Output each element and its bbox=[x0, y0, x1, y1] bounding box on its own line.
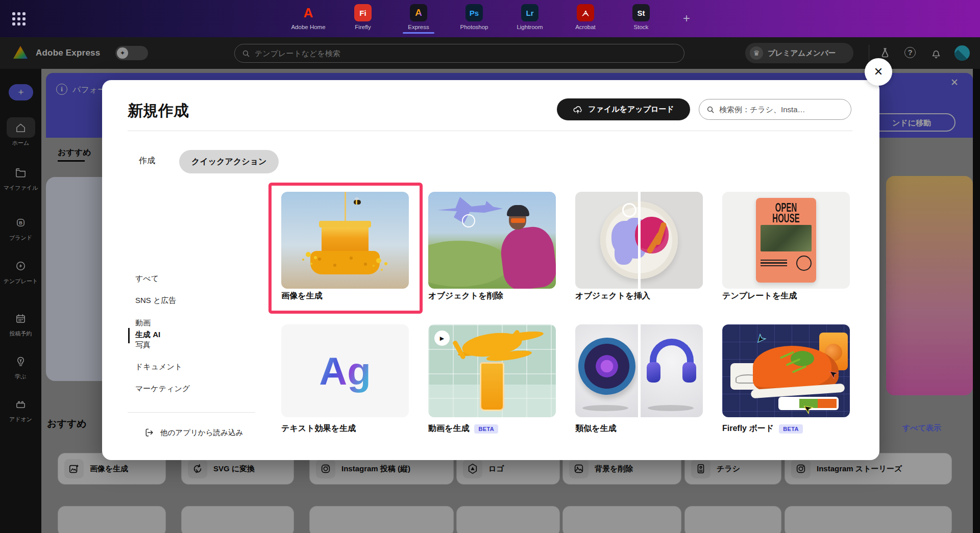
taskbar-app-adobe-home[interactable]: A Adobe Home bbox=[289, 4, 328, 30]
taskbar-app-stock[interactable]: St Stock bbox=[622, 4, 660, 30]
active-category-indicator bbox=[128, 328, 130, 343]
selection-cursor bbox=[622, 203, 636, 217]
card-label: オブジェクトを挿入 bbox=[575, 291, 650, 301]
card-generate-image[interactable] bbox=[281, 192, 409, 289]
taskbar-app-acrobat[interactable]: Acrobat bbox=[566, 4, 605, 30]
category-marketing[interactable]: マーケティング bbox=[135, 384, 190, 394]
category-document[interactable]: ドキュメント bbox=[135, 362, 182, 372]
upload-file-button[interactable]: ファイルをアップロード bbox=[557, 98, 690, 120]
beta-badge: BETA bbox=[779, 424, 803, 434]
beta-badge: BETA bbox=[474, 424, 498, 434]
category-video[interactable]: 動画 bbox=[135, 318, 151, 328]
card-remove-object[interactable] bbox=[428, 192, 556, 289]
card-label: Firefly ボードBETA bbox=[722, 423, 803, 434]
acrobat-icon bbox=[577, 4, 594, 21]
card-generate-text-effects[interactable]: Ag bbox=[281, 324, 409, 417]
taskbar-app-photoshop[interactable]: Ps Photoshop bbox=[455, 4, 494, 30]
cursor-icon: ➤ bbox=[752, 332, 769, 347]
card-label: 類似を生成 bbox=[575, 423, 616, 434]
express-icon: A bbox=[410, 4, 427, 21]
upload-cloud-icon bbox=[573, 105, 583, 115]
stock-icon: St bbox=[632, 4, 650, 21]
adobe-taskbar: A Adobe Home Fi Firefly A Express Ps Pho… bbox=[0, 0, 980, 37]
category-generative-ai[interactable]: 生成 AI bbox=[135, 330, 160, 340]
divider bbox=[128, 412, 255, 413]
card-label: 動画を生成BETA bbox=[428, 423, 498, 434]
divider bbox=[128, 131, 852, 131]
category-sns-ads[interactable]: SNS と広告 bbox=[135, 296, 176, 306]
firefly-icon: Fi bbox=[354, 4, 372, 21]
play-icon[interactable]: ▶ bbox=[434, 331, 450, 346]
card-label: テキスト効果を生成 bbox=[281, 423, 356, 434]
app-window: i パフォー ✕ ンドに移動 おすすめ おすすめ すべて表示 画像を生成 SVG… bbox=[0, 0, 980, 533]
card-generate-video[interactable]: ▶ bbox=[428, 324, 556, 417]
modal-search-input[interactable] bbox=[719, 105, 844, 114]
modal-search[interactable] bbox=[699, 99, 851, 120]
import-from-apps-link[interactable]: 他のアプリから読み込み bbox=[144, 427, 243, 438]
card-label: テンプレートを生成 bbox=[722, 291, 797, 301]
active-app-indicator bbox=[403, 32, 434, 34]
taskbar-app-lightroom[interactable]: Lr Lightroom bbox=[510, 4, 549, 30]
import-icon bbox=[144, 427, 155, 438]
adobe-home-icon: A bbox=[300, 4, 317, 21]
card-firefly-boards[interactable]: ➤ ➤ ➤ bbox=[722, 324, 850, 417]
card-generate-similar[interactable] bbox=[575, 324, 703, 417]
category-photo[interactable]: 写真 bbox=[135, 340, 151, 350]
tab-quick-actions[interactable]: クイックアクション bbox=[179, 150, 279, 173]
card-label: 画像を生成 bbox=[281, 291, 322, 301]
tab-create[interactable]: 作成 bbox=[139, 156, 155, 166]
new-creation-modal: 新規作成 ファイルをアップロード 作成 クイックアクション すべて SNS と広… bbox=[102, 80, 879, 460]
taskbar-app-express[interactable]: A Express bbox=[399, 4, 438, 34]
lightroom-icon: Lr bbox=[521, 4, 538, 21]
card-label: オブジェクトを削除 bbox=[428, 291, 503, 301]
selection-cursor bbox=[462, 214, 475, 227]
category-all[interactable]: すべて bbox=[135, 274, 159, 284]
photoshop-icon: Ps bbox=[465, 4, 483, 21]
search-icon bbox=[706, 106, 715, 114]
taskbar-app-firefly[interactable]: Fi Firefly bbox=[344, 4, 382, 30]
card-generate-template[interactable]: OPEN HOUSE bbox=[722, 192, 850, 289]
modal-close-button[interactable]: ✕ bbox=[865, 58, 892, 86]
app-launcher-icon[interactable] bbox=[11, 11, 27, 27]
modal-title: 新規作成 bbox=[128, 100, 189, 121]
taskbar-add-icon[interactable]: + bbox=[679, 11, 694, 26]
card-insert-object[interactable] bbox=[575, 192, 703, 289]
